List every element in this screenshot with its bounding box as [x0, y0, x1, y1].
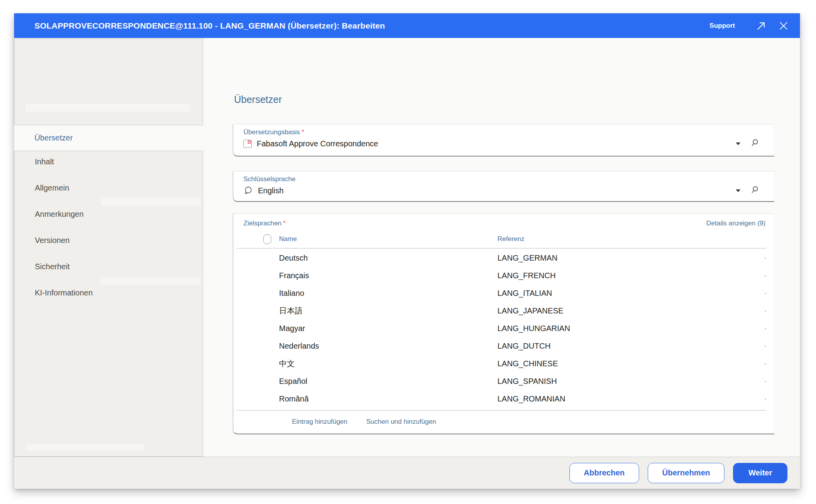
- sidebar-menu: Inhalt Allgemein Anmerkungen Versionen S…: [14, 151, 203, 457]
- table-row[interactable]: Español LANG_SPANISH: [233, 373, 774, 390]
- table-body: Deutsch LANG_GERMAN Français LANG_FRENCH…: [233, 249, 774, 408]
- language-reference: LANG_HUNGARIAN: [497, 324, 570, 333]
- search-icon[interactable]: [751, 139, 759, 149]
- language-reference: LANG_FRENCH: [497, 271, 556, 280]
- sidebar-item-label: KI-Informationen: [35, 288, 93, 297]
- language-reference: LANG_SPANISH: [497, 377, 557, 386]
- close-icon[interactable]: [778, 20, 789, 31]
- language-reference: LANG_DUTCH: [497, 342, 551, 351]
- language-name: Español: [279, 377, 307, 386]
- table-row[interactable]: Deutsch LANG_GERMAN: [233, 249, 774, 267]
- table-actions: Eintrag hinzufügen Suchen und hinzufügen: [233, 410, 774, 433]
- title-bar: SOLAPPROVECORRESPONDENCE@111.100 - LANG_…: [14, 13, 800, 38]
- sidebar-item-label: Inhalt: [35, 157, 54, 166]
- language-name: Italiano: [279, 289, 304, 298]
- open-external-icon[interactable]: [755, 20, 766, 31]
- row-handle-dot: [765, 346, 766, 347]
- footer-bar: Abbrechen Übernehmen Weiter: [14, 457, 800, 489]
- row-handle-dot: [765, 275, 766, 277]
- column-header-name: Name: [279, 235, 297, 243]
- table-row[interactable]: Română LANG_ROMANIAN: [233, 390, 774, 408]
- language-name: 中文: [279, 358, 295, 369]
- language-name: Nederlands: [279, 342, 319, 351]
- sidebar-item-label: Sicherheit: [35, 262, 70, 271]
- support-link[interactable]: Support: [710, 22, 735, 30]
- target-languages-panel: Zielsprachen* Details anzeigen (9) Name …: [233, 213, 775, 434]
- placeholder-stripe: [101, 277, 200, 285]
- row-handle-dot: [765, 293, 766, 294]
- sidebar-item-uebersetzer[interactable]: Übersetzer: [14, 126, 204, 150]
- select-all-checkbox[interactable]: [263, 234, 271, 244]
- language-reference: LANG_CHINESE: [497, 359, 558, 368]
- dialog-window: SOLAPPROVECORRESPONDENCE@111.100 - LANG_…: [14, 13, 800, 489]
- target-languages-label: Zielsprachen: [243, 220, 281, 227]
- apply-button[interactable]: Übernehmen: [648, 463, 724, 483]
- row-handle-dot: [765, 328, 766, 329]
- show-details-link[interactable]: Details anzeigen (9): [706, 220, 766, 227]
- table-separator: [236, 248, 766, 248]
- field-value: English: [258, 186, 284, 195]
- language-name: Română: [279, 394, 309, 403]
- table-row[interactable]: 中文 LANG_CHINESE: [233, 355, 774, 373]
- row-handle-dot: [765, 310, 766, 312]
- search-icon[interactable]: [751, 185, 759, 196]
- placeholder-stripe: [26, 444, 144, 451]
- uebersetzungsbasis-combobox[interactable]: Fabasoft Approve Correspondence: [243, 139, 765, 149]
- field-value: Fabasoft Approve Correspondence: [257, 139, 378, 148]
- row-handle-dot: [765, 363, 766, 365]
- page-title: Übersetzer: [234, 94, 282, 105]
- next-button[interactable]: Weiter: [733, 463, 787, 483]
- sidebar-preview-box: [14, 38, 203, 125]
- required-marker: *: [302, 128, 304, 136]
- language-reference: LANG_JAPANESE: [497, 306, 564, 315]
- screen: SOLAPPROVECORRESPONDENCE@111.100 - LANG_…: [0, 0, 816, 504]
- row-handle-dot: [765, 398, 766, 400]
- row-handle-dot: [765, 381, 766, 382]
- language-name: Deutsch: [279, 254, 308, 263]
- required-marker: *: [283, 220, 286, 227]
- main-content: Übersetzer Übersetzungsbasis* Fabasoft A…: [203, 38, 800, 457]
- table-header-row: Name Referenz: [233, 232, 774, 246]
- language-reference: LANG_GERMAN: [497, 254, 557, 263]
- table-row[interactable]: Français LANG_FRENCH: [233, 267, 774, 284]
- sidebar-item-allgemein[interactable]: Allgemein: [14, 175, 203, 201]
- sidebar-item-label: Allgemein: [35, 184, 69, 193]
- field-label: Schlüsselsprache: [243, 175, 295, 183]
- schluesselsprache-combobox[interactable]: English: [243, 185, 765, 196]
- table-row[interactable]: Magyar LANG_HUNGARIAN: [233, 320, 774, 337]
- field-uebersetzungsbasis: Übersetzungsbasis* Fabasoft Approve Corr…: [233, 124, 775, 157]
- language-name: 日本語: [279, 306, 303, 316]
- cancel-button[interactable]: Abbrechen: [569, 463, 639, 483]
- sidebar-item-label: Anmerkungen: [35, 210, 84, 219]
- table-row[interactable]: Nederlands LANG_DUTCH: [233, 337, 774, 355]
- placeholder-stripe: [25, 104, 190, 112]
- table-row[interactable]: 日本語 LANG_JAPANESE: [233, 302, 774, 320]
- add-entry-link[interactable]: Eintrag hinzufügen: [292, 418, 348, 426]
- language-reference: LANG_ITALIAN: [497, 289, 552, 298]
- language-name: Magyar: [279, 324, 305, 333]
- dropdown-caret-icon[interactable]: [736, 189, 740, 192]
- titlebar-actions: Support: [710, 20, 800, 31]
- language-bubble-icon: [243, 186, 253, 195]
- placeholder-stripe: [101, 198, 200, 206]
- search-and-add-link[interactable]: Suchen und hinzufügen: [366, 418, 436, 426]
- sidebar-item-versionen[interactable]: Versionen: [14, 227, 203, 254]
- row-handle-dot: [765, 257, 766, 259]
- window-title: SOLAPPROVECORRESPONDENCE@111.100 - LANG_…: [14, 21, 385, 31]
- field-label: Übersetzungsbasis: [243, 128, 300, 136]
- sidebar-item-label: Übersetzer: [34, 133, 73, 142]
- sidebar-item-label: Versionen: [35, 236, 70, 245]
- sidebar-item-sicherheit[interactable]: Sicherheit: [14, 254, 203, 280]
- field-schluesselsprache: Schlüsselsprache English: [233, 171, 775, 202]
- object-icon: [243, 140, 252, 148]
- language-name: Français: [279, 271, 309, 280]
- language-reference: LANG_ROMANIAN: [497, 394, 565, 403]
- sidebar-item-inhalt[interactable]: Inhalt: [14, 149, 203, 175]
- table-row[interactable]: Italiano LANG_ITALIAN: [233, 284, 774, 302]
- column-header-referenz: Referenz: [497, 235, 524, 243]
- dropdown-caret-icon[interactable]: [736, 142, 740, 145]
